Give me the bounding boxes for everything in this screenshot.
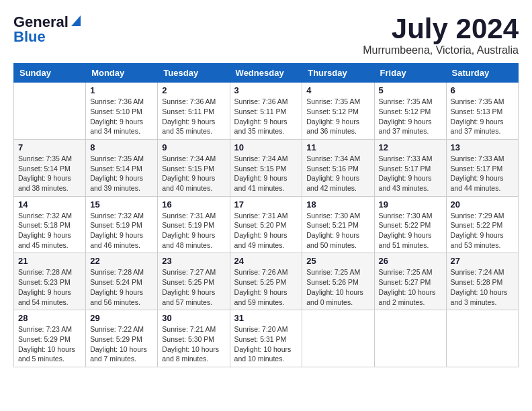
calendar-week-row: 21Sunrise: 7:28 AM Sunset: 5:23 PM Dayli… — [14, 253, 519, 310]
calendar-cell — [374, 310, 446, 367]
calendar-table: SundayMondayTuesdayWednesdayThursdayFrid… — [13, 63, 519, 367]
calendar-cell: 9Sunrise: 7:34 AM Sunset: 5:15 PM Daylig… — [158, 139, 230, 196]
day-number: 3 — [234, 85, 298, 95]
cell-content: 29Sunrise: 7:22 AM Sunset: 5:29 PM Dayli… — [90, 313, 153, 364]
cell-detail: Sunrise: 7:35 AM Sunset: 5:13 PM Dayligh… — [451, 97, 514, 136]
location-text: Murrumbeena, Victoria, Australia — [363, 44, 519, 56]
calendar-cell — [446, 310, 518, 367]
calendar-cell: 17Sunrise: 7:31 AM Sunset: 5:20 PM Dayli… — [230, 196, 302, 253]
cell-detail: Sunrise: 7:31 AM Sunset: 5:19 PM Dayligh… — [162, 211, 225, 250]
cell-detail: Sunrise: 7:29 AM Sunset: 5:22 PM Dayligh… — [451, 211, 514, 250]
cell-detail: Sunrise: 7:32 AM Sunset: 5:18 PM Dayligh… — [18, 211, 81, 250]
cell-content: 2Sunrise: 7:36 AM Sunset: 5:11 PM Daylig… — [162, 85, 225, 136]
day-number: 6 — [451, 85, 514, 95]
cell-detail: Sunrise: 7:35 AM Sunset: 5:12 PM Dayligh… — [306, 97, 369, 136]
month-title: July 2024 — [363, 13, 519, 44]
weekday-header-sunday: Sunday — [14, 64, 86, 83]
calendar-cell: 12Sunrise: 7:33 AM Sunset: 5:17 PM Dayli… — [374, 139, 446, 196]
calendar-week-row: 1Sunrise: 7:36 AM Sunset: 5:10 PM Daylig… — [14, 83, 519, 140]
title-section: July 2024 Murrumbeena, Victoria, Austral… — [363, 13, 519, 56]
cell-content: 31Sunrise: 7:20 AM Sunset: 5:31 PM Dayli… — [234, 313, 298, 364]
weekday-header-saturday: Saturday — [446, 64, 518, 83]
day-number: 17 — [234, 199, 298, 210]
calendar-cell: 10Sunrise: 7:34 AM Sunset: 5:15 PM Dayli… — [230, 139, 302, 196]
logo-blue-text: Blue — [13, 28, 46, 46]
weekday-header-friday: Friday — [374, 64, 446, 83]
calendar-cell: 11Sunrise: 7:34 AM Sunset: 5:16 PM Dayli… — [302, 139, 374, 196]
cell-content: 18Sunrise: 7:30 AM Sunset: 5:21 PM Dayli… — [306, 199, 369, 250]
calendar-cell: 3Sunrise: 7:36 AM Sunset: 5:11 PM Daylig… — [230, 83, 302, 140]
cell-content: 17Sunrise: 7:31 AM Sunset: 5:20 PM Dayli… — [234, 199, 298, 250]
day-number: 19 — [379, 199, 442, 210]
cell-detail: Sunrise: 7:34 AM Sunset: 5:16 PM Dayligh… — [306, 154, 369, 193]
weekday-header-thursday: Thursday — [302, 64, 374, 83]
calendar-cell: 4Sunrise: 7:35 AM Sunset: 5:12 PM Daylig… — [302, 83, 374, 140]
calendar-cell: 7Sunrise: 7:35 AM Sunset: 5:14 PM Daylig… — [14, 139, 86, 196]
cell-detail: Sunrise: 7:36 AM Sunset: 5:11 PM Dayligh… — [234, 97, 298, 136]
cell-content: 14Sunrise: 7:32 AM Sunset: 5:18 PM Dayli… — [18, 199, 81, 250]
cell-content: 6Sunrise: 7:35 AM Sunset: 5:13 PM Daylig… — [451, 85, 514, 136]
day-number: 16 — [162, 199, 225, 210]
day-number: 12 — [379, 142, 442, 152]
day-number: 15 — [90, 199, 153, 210]
day-number: 28 — [18, 313, 81, 323]
cell-detail: Sunrise: 7:34 AM Sunset: 5:15 PM Dayligh… — [234, 154, 298, 193]
day-number: 5 — [379, 85, 442, 95]
cell-content: 19Sunrise: 7:30 AM Sunset: 5:22 PM Dayli… — [379, 199, 442, 250]
day-number: 10 — [234, 142, 298, 152]
cell-content: 9Sunrise: 7:34 AM Sunset: 5:15 PM Daylig… — [162, 142, 225, 193]
calendar-cell: 6Sunrise: 7:35 AM Sunset: 5:13 PM Daylig… — [446, 83, 518, 140]
cell-detail: Sunrise: 7:35 AM Sunset: 5:14 PM Dayligh… — [18, 154, 81, 193]
calendar-cell: 8Sunrise: 7:35 AM Sunset: 5:14 PM Daylig… — [86, 139, 158, 196]
calendar-cell: 28Sunrise: 7:23 AM Sunset: 5:29 PM Dayli… — [14, 310, 86, 367]
calendar-cell: 18Sunrise: 7:30 AM Sunset: 5:21 PM Dayli… — [302, 196, 374, 253]
weekday-header-row: SundayMondayTuesdayWednesdayThursdayFrid… — [14, 64, 519, 83]
calendar-cell: 23Sunrise: 7:27 AM Sunset: 5:25 PM Dayli… — [158, 253, 230, 310]
day-number: 25 — [306, 256, 369, 266]
cell-detail: Sunrise: 7:28 AM Sunset: 5:24 PM Dayligh… — [90, 267, 153, 307]
day-number: 29 — [90, 313, 153, 323]
calendar-cell: 26Sunrise: 7:25 AM Sunset: 5:27 PM Dayli… — [374, 253, 446, 310]
cell-content: 30Sunrise: 7:21 AM Sunset: 5:30 PM Dayli… — [162, 313, 225, 364]
cell-detail: Sunrise: 7:31 AM Sunset: 5:20 PM Dayligh… — [234, 211, 298, 250]
calendar-week-row: 14Sunrise: 7:32 AM Sunset: 5:18 PM Dayli… — [14, 196, 519, 253]
calendar-cell: 25Sunrise: 7:25 AM Sunset: 5:26 PM Dayli… — [302, 253, 374, 310]
calendar-cell: 1Sunrise: 7:36 AM Sunset: 5:10 PM Daylig… — [86, 83, 158, 140]
cell-detail: Sunrise: 7:35 AM Sunset: 5:14 PM Dayligh… — [90, 154, 153, 193]
calendar-cell — [302, 310, 374, 367]
cell-content: 12Sunrise: 7:33 AM Sunset: 5:17 PM Dayli… — [379, 142, 442, 193]
day-number: 14 — [18, 199, 81, 210]
calendar-cell: 5Sunrise: 7:35 AM Sunset: 5:12 PM Daylig… — [374, 83, 446, 140]
cell-content: 24Sunrise: 7:26 AM Sunset: 5:25 PM Dayli… — [234, 256, 298, 307]
cell-detail: Sunrise: 7:36 AM Sunset: 5:10 PM Dayligh… — [90, 97, 153, 136]
calendar-week-row: 28Sunrise: 7:23 AM Sunset: 5:29 PM Dayli… — [14, 310, 519, 367]
day-number: 24 — [234, 256, 298, 266]
cell-content: 22Sunrise: 7:28 AM Sunset: 5:24 PM Dayli… — [90, 256, 153, 307]
cell-detail: Sunrise: 7:26 AM Sunset: 5:25 PM Dayligh… — [234, 267, 298, 307]
svg-marker-0 — [71, 15, 81, 26]
cell-content: 20Sunrise: 7:29 AM Sunset: 5:22 PM Dayli… — [451, 199, 514, 250]
cell-detail: Sunrise: 7:23 AM Sunset: 5:29 PM Dayligh… — [18, 324, 81, 364]
cell-content: 11Sunrise: 7:34 AM Sunset: 5:16 PM Dayli… — [306, 142, 369, 193]
calendar-week-row: 7Sunrise: 7:35 AM Sunset: 5:14 PM Daylig… — [14, 139, 519, 196]
day-number: 21 — [18, 256, 81, 266]
cell-content: 27Sunrise: 7:24 AM Sunset: 5:28 PM Dayli… — [451, 256, 514, 307]
cell-detail: Sunrise: 7:28 AM Sunset: 5:23 PM Dayligh… — [18, 267, 81, 307]
calendar-cell: 30Sunrise: 7:21 AM Sunset: 5:30 PM Dayli… — [158, 310, 230, 367]
day-number: 22 — [90, 256, 153, 266]
cell-content: 21Sunrise: 7:28 AM Sunset: 5:23 PM Dayli… — [18, 256, 81, 307]
cell-content: 5Sunrise: 7:35 AM Sunset: 5:12 PM Daylig… — [379, 85, 442, 136]
cell-detail: Sunrise: 7:32 AM Sunset: 5:19 PM Dayligh… — [90, 211, 153, 250]
cell-detail: Sunrise: 7:35 AM Sunset: 5:12 PM Dayligh… — [379, 97, 442, 136]
day-number: 20 — [451, 199, 514, 210]
weekday-header-tuesday: Tuesday — [158, 64, 230, 83]
cell-detail: Sunrise: 7:36 AM Sunset: 5:11 PM Dayligh… — [162, 97, 225, 136]
weekday-header-monday: Monday — [86, 64, 158, 83]
cell-content: 1Sunrise: 7:36 AM Sunset: 5:10 PM Daylig… — [90, 85, 153, 136]
calendar-cell: 24Sunrise: 7:26 AM Sunset: 5:25 PM Dayli… — [230, 253, 302, 310]
day-number: 8 — [90, 142, 153, 152]
calendar-cell: 22Sunrise: 7:28 AM Sunset: 5:24 PM Dayli… — [86, 253, 158, 310]
day-number: 27 — [451, 256, 514, 266]
day-number: 18 — [306, 199, 369, 210]
cell-detail: Sunrise: 7:22 AM Sunset: 5:29 PM Dayligh… — [90, 324, 153, 364]
